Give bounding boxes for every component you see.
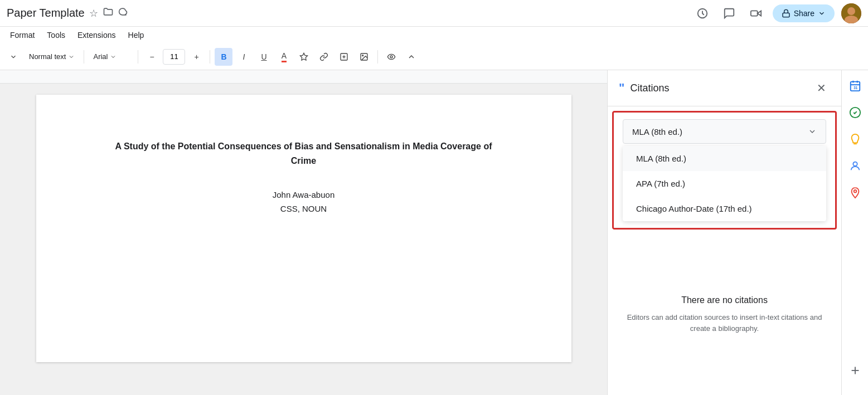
- svg-text:31: 31: [854, 86, 858, 90]
- document-institution: CSS, NOUN: [92, 204, 516, 213]
- style-option-mla[interactable]: MLA (8th ed.): [623, 146, 826, 171]
- selected-style-label: MLA (8th ed.): [632, 127, 682, 136]
- document-page[interactable]: A Study of the Potential Consequences of…: [36, 95, 571, 362]
- ruler-inner: [36, 70, 571, 84]
- svg-point-11: [390, 56, 392, 58]
- toolbar: Normal text Arial − 11 + B I U A: [0, 43, 868, 70]
- no-citations-section: There are no citations Editors can add c…: [608, 234, 841, 395]
- link-button[interactable]: [315, 48, 333, 66]
- add-plugin-button[interactable]: [844, 359, 866, 382]
- style-label: Normal text: [29, 52, 66, 61]
- toolbar-mode-dropdown[interactable]: [4, 48, 22, 66]
- citations-panel: " Citations ✕ MLA (8th ed.) MLA (8th ed.…: [607, 70, 841, 395]
- highlight-button[interactable]: [295, 48, 313, 66]
- right-sidebar-icons: 31: [841, 70, 868, 395]
- user-avatar[interactable]: [841, 3, 861, 23]
- font-size-decrease[interactable]: −: [143, 48, 161, 66]
- history-button[interactable]: [692, 3, 712, 23]
- menu-help[interactable]: Help: [123, 28, 150, 42]
- document-title-text: A Study of the Potential Consequences of…: [92, 139, 516, 168]
- ruler: [0, 70, 607, 84]
- no-citations-description: Editors can add citation sources to inse…: [624, 312, 825, 334]
- doc-column: A Study of the Potential Consequences of…: [0, 70, 607, 395]
- top-bar: Paper Template ☆ Share: [0, 0, 868, 27]
- tasks-icon[interactable]: [844, 101, 866, 124]
- title-area: Paper Template ☆: [7, 6, 129, 20]
- no-citations-title: There are no citations: [681, 295, 768, 305]
- svg-point-10: [362, 55, 363, 56]
- svg-rect-2: [783, 13, 789, 17]
- folder-icon[interactable]: [103, 6, 114, 20]
- separator-4: [377, 50, 378, 64]
- separator-3: [210, 50, 210, 64]
- italic-label: I: [243, 52, 245, 61]
- svg-point-20: [854, 190, 856, 193]
- keep-icon[interactable]: [844, 128, 866, 150]
- separator-2: [138, 50, 138, 64]
- menu-tools[interactable]: Tools: [41, 28, 71, 42]
- text-color-button[interactable]: A: [275, 48, 293, 66]
- menu-format[interactable]: Format: [4, 28, 40, 42]
- citations-close-button[interactable]: ✕: [812, 79, 830, 97]
- title-line1: A Study of the Potential Consequences of…: [115, 142, 492, 151]
- paragraph-style-dropdown[interactable]: Normal text: [25, 48, 79, 66]
- share-button[interactable]: Share: [773, 4, 835, 22]
- document-area[interactable]: A Study of the Potential Consequences of…: [0, 84, 607, 395]
- style-option-apa[interactable]: APA (7th ed.): [623, 171, 826, 196]
- italic-button[interactable]: I: [235, 48, 253, 66]
- svg-rect-1: [750, 11, 757, 16]
- font-size-increase[interactable]: +: [187, 48, 205, 66]
- comment-button[interactable]: [719, 3, 739, 23]
- meet-button[interactable]: [746, 3, 766, 23]
- insert-button[interactable]: [335, 48, 353, 66]
- share-label: Share: [794, 9, 814, 18]
- menu-bar: Format Tools Extensions Help: [0, 27, 868, 43]
- citations-panel-title: Citations: [630, 82, 807, 94]
- font-size-input[interactable]: 11: [163, 49, 185, 65]
- menu-extensions[interactable]: Extensions: [72, 28, 121, 42]
- svg-point-4: [847, 7, 855, 15]
- citation-style-dropdown-list: MLA (8th ed.) APA (7th ed.) Chicago Auth…: [623, 146, 826, 221]
- cloud-icon[interactable]: [118, 6, 129, 20]
- citation-style-area: MLA (8th ed.) MLA (8th ed.) APA (7th ed.…: [612, 111, 837, 230]
- font-family-dropdown[interactable]: Arial: [89, 48, 133, 66]
- more-options-button[interactable]: [403, 48, 420, 66]
- top-right-actions: Share: [692, 3, 861, 23]
- font-size-value: 11: [170, 52, 178, 61]
- title-line2: Crime: [291, 156, 316, 165]
- paint-format-button[interactable]: [382, 48, 400, 66]
- contacts-icon[interactable]: [844, 155, 866, 177]
- bold-label: B: [221, 52, 226, 61]
- citations-quote-icon: ": [619, 81, 624, 95]
- separator-1: [84, 50, 84, 64]
- document-author: John Awa-abuon: [92, 190, 516, 199]
- star-icon[interactable]: ☆: [89, 7, 98, 19]
- font-label: Arial: [93, 52, 108, 61]
- maps-icon[interactable]: [844, 182, 866, 204]
- citation-style-dropdown[interactable]: MLA (8th ed.): [623, 119, 826, 144]
- calendar-icon[interactable]: 31: [844, 75, 866, 97]
- svg-point-19: [853, 162, 857, 166]
- main-area: A Study of the Potential Consequences of…: [0, 70, 868, 395]
- document-title: Paper Template: [7, 7, 85, 19]
- citations-header: " Citations ✕: [608, 70, 841, 106]
- underline-button[interactable]: U: [255, 48, 273, 66]
- bold-button[interactable]: B: [215, 48, 232, 66]
- image-button[interactable]: [355, 48, 373, 66]
- style-option-chicago[interactable]: Chicago Author-Date (17th ed.): [623, 196, 826, 221]
